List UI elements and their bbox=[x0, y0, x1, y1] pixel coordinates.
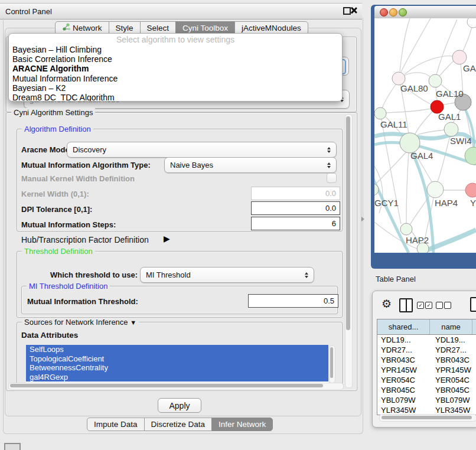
table-row[interactable]: YER054CYER054C8. bbox=[377, 375, 476, 385]
network-node[interactable] bbox=[427, 181, 444, 198]
algorithm-select-placeholder: Select algorithm to view settings bbox=[9, 35, 342, 45]
settings-vscrollbar[interactable] bbox=[345, 114, 353, 388]
control-panel-title: Control Panel bbox=[5, 7, 52, 16]
algorithm-option[interactable]: Bayesian – Hill Climbing bbox=[9, 45, 342, 54]
hub-definition-label: Hub/Transcription Factor Definition bbox=[21, 235, 149, 244]
node-table[interactable]: shared...nameA YDL19...YDL19...13YDR27..… bbox=[377, 319, 476, 415]
mi-steps-value: 6 bbox=[332, 219, 336, 228]
table-cell: YPR145W bbox=[433, 365, 476, 375]
manual-kernel-label: Manual Kernel Width Definition bbox=[21, 174, 135, 183]
network-graph[interactable]: GALGAL80GAL10GAL1GAL11SWI4GAL4GCY1HAP4YH… bbox=[374, 18, 476, 253]
table-row[interactable]: YDR27...YDR27...12 bbox=[377, 345, 476, 355]
network-window-titlebar[interactable] bbox=[374, 6, 476, 18]
algorithm-option[interactable]: ARACNE Algorithm bbox=[9, 64, 342, 73]
network-edge bbox=[406, 153, 409, 223]
mi-type-select[interactable]: Naive Bayes bbox=[164, 157, 337, 173]
table-cell: YDL19... bbox=[377, 335, 433, 345]
columns-icon[interactable] bbox=[399, 298, 413, 312]
table-row[interactable]: YDL19...YDL19...13 bbox=[377, 335, 476, 345]
kernel-width-field[interactable]: 0.0 bbox=[251, 187, 340, 200]
attribute-item[interactable]: gal4RGexp bbox=[26, 373, 328, 382]
bottom-tab-impute-data[interactable]: Impute Data bbox=[87, 418, 145, 431]
network-node-label: GAL80 bbox=[400, 83, 428, 93]
network-edge bbox=[374, 151, 407, 185]
network-node[interactable] bbox=[467, 18, 476, 28]
attribute-item[interactable]: BetweennessCentrality bbox=[26, 363, 328, 373]
network-node-label: HAP2 bbox=[406, 235, 429, 245]
minimized-panel-icon[interactable] bbox=[4, 443, 21, 450]
network-node[interactable] bbox=[429, 74, 442, 87]
tab-label: Style bbox=[116, 22, 133, 34]
window-zoom-light[interactable] bbox=[399, 8, 407, 17]
network-edge bbox=[439, 61, 454, 77]
which-threshold-select[interactable]: MI Threshold bbox=[140, 267, 314, 283]
attribute-item[interactable]: TopologicalCoefficient bbox=[26, 354, 328, 364]
dpi-tolerance-label: DPI Tolerance [0,1]: bbox=[21, 205, 92, 214]
close-icon[interactable] bbox=[350, 6, 357, 14]
network-node[interactable] bbox=[374, 107, 386, 119]
mi-threshold-field[interactable]: 0.5 bbox=[248, 294, 338, 308]
combo-arrows-icon bbox=[327, 162, 331, 168]
network-node[interactable] bbox=[374, 184, 379, 195]
dpi-tolerance-value: 0.0 bbox=[325, 204, 336, 213]
network-node[interactable] bbox=[444, 122, 458, 136]
attribute-item[interactable]: SelfLoops bbox=[26, 345, 328, 354]
data-attributes-list[interactable]: SelfLoopsTopologicalCoefficientBetweenne… bbox=[26, 345, 328, 383]
algorithm-option[interactable]: Mutual Information Inference bbox=[9, 74, 342, 83]
settings-hscrollbar[interactable] bbox=[8, 383, 344, 390]
select-all-checkbox-icon[interactable]: ✓ bbox=[417, 302, 424, 309]
tab-label: Cyni Toolbox bbox=[182, 22, 228, 34]
column-header-shared...[interactable]: shared... bbox=[377, 319, 430, 334]
manual-kernel-checkbox[interactable] bbox=[327, 173, 337, 183]
deselect-all-checkbox-icon-2[interactable] bbox=[444, 302, 451, 309]
network-node[interactable] bbox=[465, 183, 476, 197]
network-node[interactable] bbox=[400, 133, 420, 153]
settings-group-title: Cyni Algorithm Settings bbox=[11, 108, 95, 117]
deselect-all-checkbox-icon[interactable] bbox=[436, 302, 443, 309]
window-minimize-light[interactable] bbox=[389, 8, 397, 17]
column-header-A[interactable]: A bbox=[472, 319, 476, 334]
hub-expand-arrow-icon[interactable]: ▶ bbox=[164, 234, 170, 243]
bottom-tab-infer-network[interactable]: Infer Network bbox=[211, 418, 273, 431]
table-panel-title: Table Panel bbox=[376, 275, 416, 283]
export-table-icon[interactable] bbox=[470, 297, 476, 312]
table-cell: YDR27... bbox=[433, 345, 476, 355]
network-node[interactable] bbox=[400, 223, 412, 235]
algorithm-option[interactable]: Bayesian – K2 bbox=[9, 83, 342, 93]
attributes-scrollbar[interactable] bbox=[329, 345, 335, 383]
aracne-mode-value: Discovery bbox=[73, 145, 106, 154]
algorithm-definition-title: Algorithm Definition bbox=[22, 125, 93, 133]
bottom-tab-discretize-data[interactable]: Discretize Data bbox=[144, 418, 213, 431]
sources-title-text: Sources for Network Inference bbox=[24, 318, 128, 327]
algorithm-option[interactable]: Dream8 DC_TDC Algorithm bbox=[9, 93, 342, 102]
table-row[interactable]: YBL079WYBL079W bbox=[377, 395, 476, 405]
column-header-name[interactable]: name bbox=[430, 319, 472, 334]
which-threshold-label: Which threshold to use: bbox=[50, 270, 138, 279]
table-row[interactable]: YBR043CYBR043C bbox=[377, 355, 476, 365]
network-edge bbox=[400, 18, 410, 71]
network-edge-highlighted bbox=[374, 177, 409, 253]
table-row[interactable]: YPR145WYPR145W9. bbox=[377, 365, 476, 375]
network-node[interactable] bbox=[452, 50, 467, 64]
network-node-label: GAL11 bbox=[380, 119, 407, 129]
tab-label: Network bbox=[73, 22, 102, 34]
dpi-tolerance-field[interactable]: 0.0 bbox=[251, 201, 340, 215]
table-body: YDL19...YDL19...13YDR27...YDR27...12YBR0… bbox=[377, 335, 476, 415]
sources-collapse-arrow-icon[interactable]: ▼ bbox=[130, 319, 136, 326]
apply-button[interactable]: Apply bbox=[158, 398, 201, 413]
network-node-label: GAL10 bbox=[436, 89, 464, 99]
gear-icon[interactable]: ⚙ bbox=[382, 298, 392, 309]
window-close-light[interactable] bbox=[380, 8, 388, 17]
select-all-checkbox-icon-2[interactable]: ✓ bbox=[425, 302, 432, 309]
table-cell: YBR043C bbox=[433, 355, 476, 365]
splitter-arrow-icon[interactable] bbox=[361, 217, 364, 221]
table-hscrollbar[interactable] bbox=[379, 414, 476, 422]
aracne-mode-select[interactable]: Discovery bbox=[67, 142, 337, 158]
network-edge bbox=[463, 27, 472, 51]
table-cell: YER054C bbox=[377, 375, 433, 385]
algorithm-option[interactable]: Basic Correlation Inference bbox=[9, 54, 342, 64]
table-row[interactable]: YBR045CYBR045C9. bbox=[377, 385, 476, 395]
tab-label: jActiveMNodules bbox=[242, 22, 301, 34]
network-canvas[interactable]: GALGAL80GAL10GAL1GAL11SWI4GAL4GCY1HAP4YH… bbox=[374, 18, 476, 253]
mi-steps-field[interactable]: 6 bbox=[251, 217, 340, 230]
